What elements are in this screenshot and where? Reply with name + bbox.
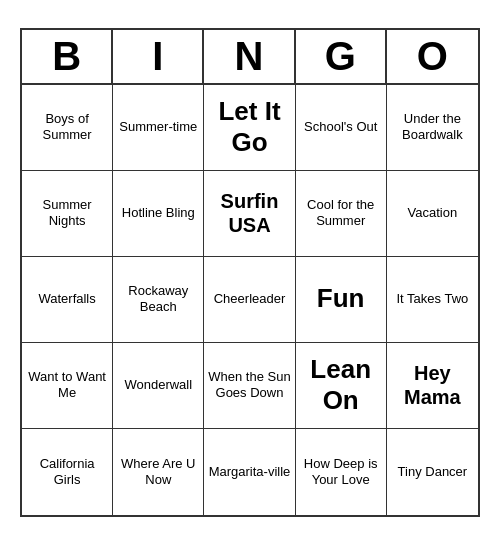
- bingo-cell[interactable]: California Girls: [22, 429, 113, 515]
- bingo-cell[interactable]: Boys of Summer: [22, 85, 113, 171]
- header-letter: O: [387, 30, 478, 83]
- bingo-cell[interactable]: Where Are U Now: [113, 429, 204, 515]
- header-letter: N: [204, 30, 295, 83]
- bingo-cell[interactable]: Hotline Bling: [113, 171, 204, 257]
- bingo-cell[interactable]: Hey Mama: [387, 343, 478, 429]
- bingo-cell[interactable]: Rockaway Beach: [113, 257, 204, 343]
- bingo-cell[interactable]: How Deep is Your Love: [296, 429, 387, 515]
- bingo-cell[interactable]: Under the Boardwalk: [387, 85, 478, 171]
- bingo-header: BINGO: [22, 30, 478, 85]
- bingo-cell[interactable]: Fun: [296, 257, 387, 343]
- bingo-cell[interactable]: Summer-time: [113, 85, 204, 171]
- bingo-card: BINGO Boys of SummerSummer-timeLet It Go…: [20, 28, 480, 517]
- bingo-cell[interactable]: Lean On: [296, 343, 387, 429]
- bingo-cell[interactable]: Let It Go: [204, 85, 295, 171]
- bingo-cell[interactable]: It Takes Two: [387, 257, 478, 343]
- bingo-cell[interactable]: Summer Nights: [22, 171, 113, 257]
- bingo-cell[interactable]: Vacation: [387, 171, 478, 257]
- header-letter: I: [113, 30, 204, 83]
- bingo-cell[interactable]: When the Sun Goes Down: [204, 343, 295, 429]
- bingo-grid: Boys of SummerSummer-timeLet It GoSchool…: [22, 85, 478, 515]
- bingo-cell[interactable]: Wonderwall: [113, 343, 204, 429]
- bingo-cell[interactable]: Margarita-ville: [204, 429, 295, 515]
- bingo-cell[interactable]: Cheerleader: [204, 257, 295, 343]
- bingo-cell[interactable]: Waterfalls: [22, 257, 113, 343]
- bingo-cell[interactable]: Want to Want Me: [22, 343, 113, 429]
- bingo-cell[interactable]: Surfin USA: [204, 171, 295, 257]
- header-letter: G: [296, 30, 387, 83]
- header-letter: B: [22, 30, 113, 83]
- bingo-cell[interactable]: Tiny Dancer: [387, 429, 478, 515]
- bingo-cell[interactable]: School's Out: [296, 85, 387, 171]
- bingo-cell[interactable]: Cool for the Summer: [296, 171, 387, 257]
